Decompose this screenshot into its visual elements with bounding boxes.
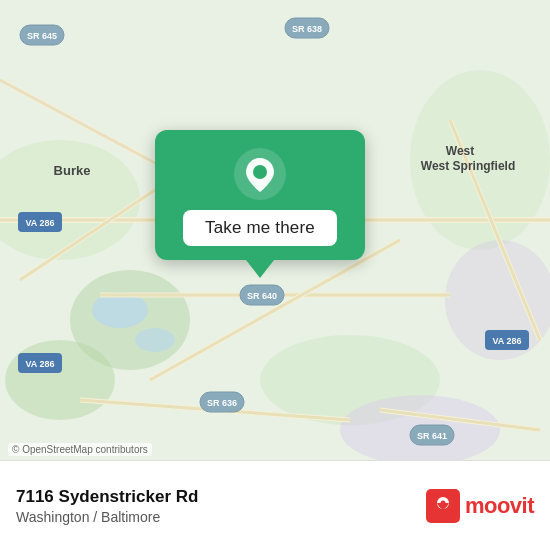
location-pin-icon	[234, 148, 286, 200]
svg-text:West: West	[446, 144, 474, 158]
footer-address: 7116 Sydenstricker Rd	[16, 487, 426, 507]
svg-text:Burke: Burke	[54, 163, 91, 178]
svg-text:SR 640: SR 640	[247, 291, 277, 301]
take-me-there-button[interactable]: Take me there	[183, 210, 337, 246]
map-container: VA 286 SR 645 SR 638 SR 640 SR 636 SR 64…	[0, 0, 550, 460]
svg-point-9	[135, 328, 175, 352]
svg-text:SR 645: SR 645	[27, 31, 57, 41]
svg-text:SR 638: SR 638	[292, 24, 322, 34]
svg-text:SR 641: SR 641	[417, 431, 447, 441]
svg-text:VA 286: VA 286	[25, 359, 54, 369]
svg-text:VA 286: VA 286	[492, 336, 521, 346]
popup-card: Take me there	[155, 130, 365, 260]
svg-point-6	[5, 340, 115, 420]
svg-point-49	[440, 500, 445, 505]
svg-text:VA 286: VA 286	[25, 218, 54, 228]
popup-overlay: Take me there	[155, 130, 365, 278]
svg-text:SR 636: SR 636	[207, 398, 237, 408]
svg-text:West Springfield: West Springfield	[421, 159, 515, 173]
footer-text-block: 7116 Sydenstricker Rd Washington / Balti…	[16, 487, 426, 525]
popup-pointer	[246, 260, 274, 278]
moovit-logo: moovit	[426, 489, 534, 523]
moovit-brand-icon	[426, 489, 460, 523]
footer-city: Washington / Baltimore	[16, 509, 426, 525]
moovit-text: moovit	[465, 493, 534, 519]
osm-attribution: © OpenStreetMap contributors	[8, 443, 152, 456]
footer-bar: 7116 Sydenstricker Rd Washington / Balti…	[0, 460, 550, 550]
svg-point-46	[253, 165, 267, 179]
